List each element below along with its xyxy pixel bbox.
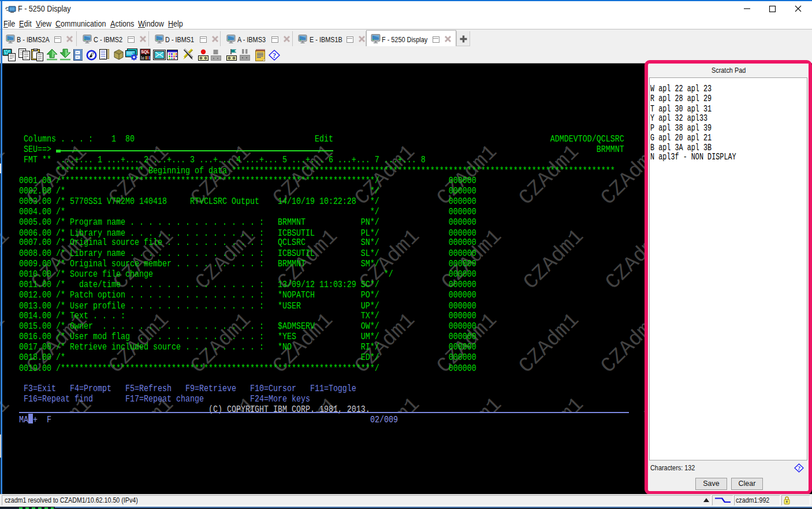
svg-text:SQL: SQL	[141, 50, 150, 54]
svg-text:?: ?	[273, 51, 277, 60]
svg-text:?: ?	[798, 465, 801, 471]
